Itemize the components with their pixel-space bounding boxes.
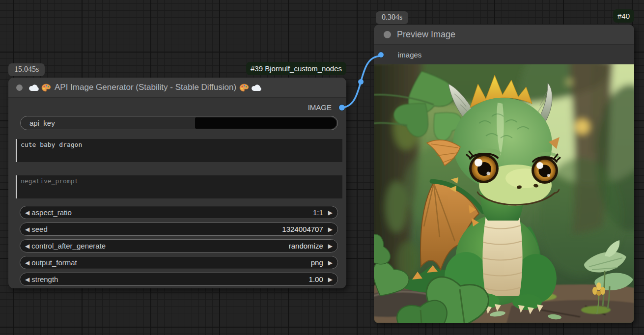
node-title: Preview Image (397, 29, 455, 40)
prompt-textarea[interactable]: cute baby dragon (16, 139, 342, 162)
decrement-arrow-icon[interactable]: ◀ (20, 243, 31, 250)
api-key-redacted-value (195, 117, 336, 129)
decrement-arrow-icon[interactable]: ◀ (20, 209, 31, 216)
widget-value: 1324004707 (282, 225, 326, 233)
node-id-badge: #39 Bjornulf_custom_nodes (246, 62, 346, 75)
execution-time-badge: 0.304s (376, 11, 408, 24)
node-graph-canvas[interactable]: 15.045s #39 Bjornulf_custom_nodes 0.304s… (0, 0, 644, 335)
widget-label: seed (31, 225, 48, 233)
widget-value: 1:1 (313, 208, 326, 217)
output-label-image: IMAGE (308, 103, 332, 112)
collapse-dot[interactable] (16, 84, 23, 91)
widget-value: randomize (289, 242, 326, 250)
widget-aspect-ratio[interactable]: ◀ aspect_ratio 1:1 ▶ (20, 206, 338, 219)
widget-value: png (311, 258, 326, 267)
cloud-icon (251, 84, 262, 91)
node-api-image-generator[interactable]: API Image Generator (Stability - Stable … (8, 78, 346, 288)
increment-arrow-icon[interactable]: ▶ (326, 243, 337, 250)
dragon-illustration (374, 64, 634, 323)
decrement-arrow-icon[interactable]: ◀ (20, 226, 31, 233)
widget-output-format[interactable]: ◀ output_format png ▶ (20, 256, 338, 269)
decrement-arrow-icon[interactable]: ◀ (20, 259, 31, 266)
increment-arrow-icon[interactable]: ▶ (326, 276, 337, 283)
decrement-arrow-icon[interactable]: ◀ (20, 276, 31, 283)
widget-seed[interactable]: ◀ seed 1324004707 ▶ (20, 223, 338, 236)
increment-arrow-icon[interactable]: ▶ (326, 259, 337, 266)
node-title: API Image Generator (Stability - Stable … (55, 83, 236, 92)
input-port-images[interactable] (378, 52, 384, 57)
widget-label: aspect_ratio (31, 208, 72, 217)
node-header[interactable]: Preview Image (374, 25, 634, 45)
increment-arrow-icon[interactable]: ▶ (326, 226, 337, 233)
api-key-widget[interactable]: api_key (20, 116, 338, 130)
node-preview-image[interactable]: Preview Image images (374, 25, 634, 323)
input-label: images (398, 51, 421, 59)
widget-value: 1.00 (309, 275, 326, 283)
negative-prompt-textarea[interactable] (16, 175, 342, 198)
widget-label: api_key (21, 119, 55, 127)
increment-arrow-icon[interactable]: ▶ (326, 209, 337, 216)
node-id-badge: #40 (613, 9, 634, 23)
widget-label: strength (31, 275, 58, 283)
palette-icon (41, 84, 51, 92)
input-row-images: images (374, 45, 634, 64)
collapse-dot[interactable] (384, 31, 391, 38)
cloud-icon (28, 84, 39, 91)
output-port-image[interactable] (339, 105, 345, 111)
widget-label: output_format (31, 258, 77, 267)
palette-icon (239, 84, 249, 92)
widget-label: control_after_generate (31, 242, 106, 250)
preview-image[interactable] (374, 64, 634, 323)
execution-time-badge: 15.045s (8, 63, 45, 76)
widget-strength[interactable]: ◀ strength 1.00 ▶ (20, 273, 338, 286)
link-midpoint-dot (358, 79, 364, 84)
node-header[interactable]: API Image Generator (Stability - Stable … (8, 78, 346, 98)
widget-control-after-generate[interactable]: ◀ control_after_generate randomize ▶ (20, 239, 338, 252)
